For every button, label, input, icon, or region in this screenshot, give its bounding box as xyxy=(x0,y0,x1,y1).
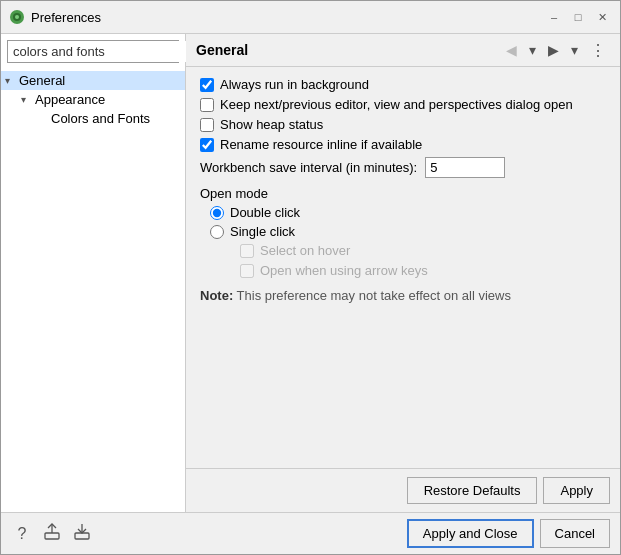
nav-dropdown-button[interactable]: ▾ xyxy=(525,40,540,60)
preferences-window: Preferences – □ ✕ ✕ ▾ General ▾ xyxy=(0,0,621,555)
apply-button[interactable]: Apply xyxy=(543,477,610,504)
open-mode-label: Open mode xyxy=(200,186,606,201)
import-button[interactable] xyxy=(71,523,93,545)
sub-options: Select on hover Open when using arrow ke… xyxy=(240,243,606,278)
tree-item-general[interactable]: ▾ General xyxy=(1,71,185,90)
footer-icons: ? xyxy=(11,523,93,545)
tree-label-general: General xyxy=(19,73,181,88)
panel-content: Always run in background Keep next/previ… xyxy=(186,67,620,468)
footer-bar: ? xyxy=(1,512,620,554)
minimize-button[interactable]: – xyxy=(544,7,564,27)
title-left: Preferences xyxy=(9,9,101,25)
double-click-label: Double click xyxy=(230,205,300,220)
export-button[interactable] xyxy=(41,523,63,545)
tree-area: ▾ General ▾ Appearance Colors and Fonts xyxy=(1,69,185,512)
select-hover-checkbox[interactable] xyxy=(240,244,254,258)
tree-item-colors-fonts[interactable]: Colors and Fonts xyxy=(1,109,185,128)
nav-more-button[interactable]: ⋮ xyxy=(586,41,610,60)
single-click-row: Single click xyxy=(210,224,606,239)
tree-label-colors-fonts: Colors and Fonts xyxy=(51,111,181,126)
note-text: This preference may not take effect on a… xyxy=(237,288,511,303)
single-click-label: Single click xyxy=(230,224,295,239)
maximize-button[interactable]: □ xyxy=(568,7,588,27)
tree-arrow-appearance: ▾ xyxy=(21,94,35,105)
double-click-radio[interactable] xyxy=(210,206,224,220)
workbench-interval-label: Workbench save interval (in minutes): xyxy=(200,160,417,175)
nav-forward-dropdown-button[interactable]: ▾ xyxy=(567,40,582,60)
apply-and-close-button[interactable]: Apply and Close xyxy=(407,519,534,548)
workbench-interval-row: Workbench save interval (in minutes): xyxy=(200,157,606,178)
keep-next-prev-checkbox[interactable] xyxy=(200,98,214,112)
search-input[interactable] xyxy=(8,41,186,62)
always-run-bg-label: Always run in background xyxy=(220,77,369,92)
export-svg xyxy=(43,523,61,541)
show-heap-row: Show heap status xyxy=(200,117,606,132)
restore-defaults-button[interactable]: Restore Defaults xyxy=(407,477,538,504)
panel-title: General xyxy=(196,42,248,58)
bottom-action-buttons: Restore Defaults Apply xyxy=(186,468,620,512)
rename-resource-label: Rename resource inline if available xyxy=(220,137,422,152)
tree-arrow-colors xyxy=(37,113,51,124)
cancel-button[interactable]: Cancel xyxy=(540,519,610,548)
tree-item-appearance[interactable]: ▾ Appearance xyxy=(1,90,185,109)
help-button[interactable]: ? xyxy=(11,523,33,545)
workbench-interval-input[interactable] xyxy=(425,157,505,178)
double-click-row: Double click xyxy=(210,205,606,220)
open-arrow-checkbox[interactable] xyxy=(240,264,254,278)
show-heap-checkbox[interactable] xyxy=(200,118,214,132)
svg-point-2 xyxy=(15,15,19,19)
title-controls: – □ ✕ xyxy=(544,7,612,27)
close-button[interactable]: ✕ xyxy=(592,7,612,27)
panel-nav: ◀ ▾ ▶ ▾ ⋮ xyxy=(502,40,610,60)
rename-resource-checkbox[interactable] xyxy=(200,138,214,152)
main-area: ✕ ▾ General ▾ Appearance Colors and Font… xyxy=(1,34,620,512)
always-run-bg-row: Always run in background xyxy=(200,77,606,92)
panel-header: General ◀ ▾ ▶ ▾ ⋮ xyxy=(186,34,620,67)
open-arrow-row: Open when using arrow keys xyxy=(240,263,606,278)
nav-forward-button[interactable]: ▶ xyxy=(544,40,563,60)
svg-rect-3 xyxy=(45,533,59,539)
nav-back-button[interactable]: ◀ xyxy=(502,40,521,60)
left-panel: ✕ ▾ General ▾ Appearance Colors and Font… xyxy=(1,34,186,512)
keep-next-prev-label: Keep next/previous editor, view and pers… xyxy=(220,97,573,112)
note-row: Note: This preference may not take effec… xyxy=(200,288,606,303)
single-click-radio[interactable] xyxy=(210,225,224,239)
footer-right-buttons: Apply and Close Cancel xyxy=(407,519,610,548)
always-run-bg-checkbox[interactable] xyxy=(200,78,214,92)
tree-label-appearance: Appearance xyxy=(35,92,181,107)
import-svg xyxy=(73,523,91,541)
tree-arrow-general: ▾ xyxy=(5,75,19,86)
import-icon xyxy=(73,523,91,545)
window-title: Preferences xyxy=(31,10,101,25)
keep-next-prev-row: Keep next/previous editor, view and pers… xyxy=(200,97,606,112)
rename-resource-row: Rename resource inline if available xyxy=(200,137,606,152)
export-icon xyxy=(43,523,61,545)
note-bold: Note: xyxy=(200,288,233,303)
show-heap-label: Show heap status xyxy=(220,117,323,132)
app-icon xyxy=(9,9,25,25)
search-box: ✕ xyxy=(7,40,179,63)
open-mode-radio-group: Double click Single click Select on hove… xyxy=(210,205,606,278)
open-arrow-label: Open when using arrow keys xyxy=(260,263,428,278)
help-icon: ? xyxy=(18,525,27,543)
title-bar: Preferences – □ ✕ xyxy=(1,1,620,34)
select-hover-row: Select on hover xyxy=(240,243,606,258)
select-hover-label: Select on hover xyxy=(260,243,350,258)
right-panel: General ◀ ▾ ▶ ▾ ⋮ Always run in backgrou… xyxy=(186,34,620,512)
